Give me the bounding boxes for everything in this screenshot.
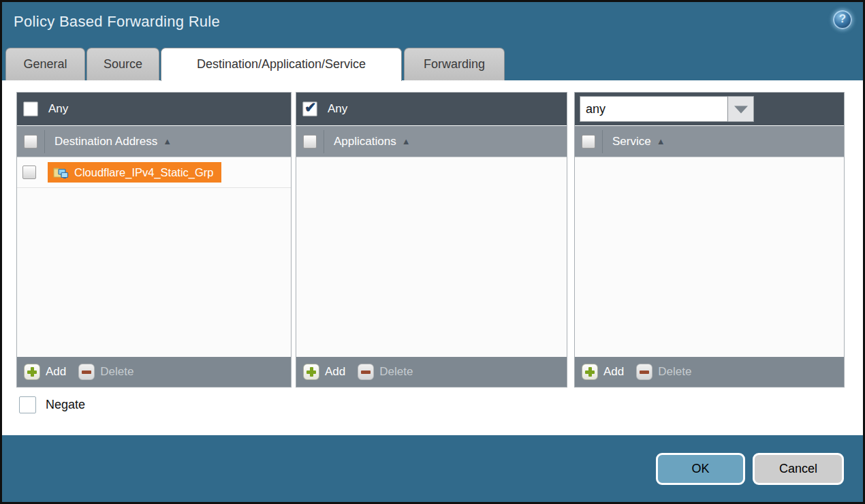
destination-row-entry[interactable]: Cloudflare_IPv4_Static_Grp <box>48 162 221 183</box>
service-dropdown-value[interactable]: any <box>580 96 728 122</box>
service-toolbar: Add Delete <box>575 357 844 387</box>
sort-asc-icon: ▲ <box>163 136 172 146</box>
applications-add-button[interactable]: Add <box>325 365 345 379</box>
dropdown-arrow-icon[interactable] <box>728 96 754 122</box>
cancel-button[interactable]: Cancel <box>753 453 844 485</box>
header-divider <box>602 130 603 153</box>
applications-panel: Any Applications ▲ Add Delete <box>296 92 567 388</box>
negate-checkbox[interactable] <box>19 396 36 413</box>
destination-any-label: Any <box>48 102 68 116</box>
service-add-button[interactable]: Add <box>603 365 624 379</box>
pbf-rule-dialog: Policy Based Forwarding Rule ? General S… <box>0 0 865 504</box>
applications-any-bar: Any <box>296 93 567 125</box>
service-column-header[interactable]: Service ▲ <box>575 125 844 157</box>
destination-address-panel: Any Destination Address ▲ <box>16 92 292 388</box>
header-divider <box>44 130 45 153</box>
applications-list <box>296 157 567 357</box>
tab-general[interactable]: General <box>5 48 85 81</box>
tab-forwarding[interactable]: Forwarding <box>404 48 505 81</box>
add-icon[interactable] <box>582 364 598 380</box>
service-list <box>575 157 844 357</box>
service-header-label: Service <box>612 135 651 148</box>
applications-select-all-checkbox[interactable] <box>303 135 317 148</box>
service-select-all-checkbox[interactable] <box>582 135 595 148</box>
negate-label: Negate <box>46 398 85 412</box>
service-any-bar: any <box>575 93 844 125</box>
add-icon[interactable] <box>24 364 40 380</box>
applications-toolbar: Add Delete <box>296 357 567 387</box>
title-bar: Policy Based Forwarding Rule ? <box>2 2 863 46</box>
add-icon[interactable] <box>303 364 319 380</box>
destination-row[interactable]: Cloudflare_IPv4_Static_Grp <box>17 157 291 188</box>
negate-control: Negate <box>19 396 85 413</box>
destination-column-header[interactable]: Destination Address ▲ <box>17 125 291 157</box>
header-divider <box>324 130 324 153</box>
address-group-icon <box>52 166 69 179</box>
applications-delete-button[interactable]: Delete <box>379 365 413 379</box>
destination-delete-button[interactable]: Delete <box>100 365 133 379</box>
delete-icon[interactable] <box>636 364 652 380</box>
applications-header-label: Applications <box>334 135 396 148</box>
help-icon[interactable]: ? <box>833 10 852 29</box>
destination-select-all-checkbox[interactable] <box>24 135 37 148</box>
destination-header-label: Destination Address <box>54 135 157 148</box>
service-panel: any Service ▲ Add Delete <box>574 92 845 388</box>
sort-asc-icon: ▲ <box>402 136 411 146</box>
tab-destination-application-service[interactable]: Destination/Application/Service <box>161 48 402 81</box>
sort-asc-icon: ▲ <box>657 136 665 146</box>
destination-any-checkbox[interactable] <box>23 101 38 116</box>
delete-icon[interactable] <box>78 364 95 380</box>
dialog-title: Policy Based Forwarding Rule <box>14 13 220 31</box>
destination-row-label: Cloudflare_IPv4_Static_Grp <box>74 166 214 179</box>
destination-any-bar: Any <box>17 93 291 125</box>
destination-toolbar: Add Delete <box>17 357 291 387</box>
tab-source[interactable]: Source <box>86 48 159 81</box>
ok-button[interactable]: OK <box>656 453 745 485</box>
applications-any-checkbox[interactable] <box>302 101 317 116</box>
destination-list: Cloudflare_IPv4_Static_Grp <box>17 157 291 357</box>
destination-row-checkbox[interactable] <box>22 166 36 179</box>
service-dropdown[interactable]: any <box>580 96 754 122</box>
destination-add-button[interactable]: Add <box>46 365 66 379</box>
applications-column-header[interactable]: Applications ▲ <box>296 125 567 157</box>
service-delete-button[interactable]: Delete <box>658 365 691 379</box>
delete-icon[interactable] <box>358 364 374 380</box>
applications-any-label: Any <box>328 102 347 116</box>
